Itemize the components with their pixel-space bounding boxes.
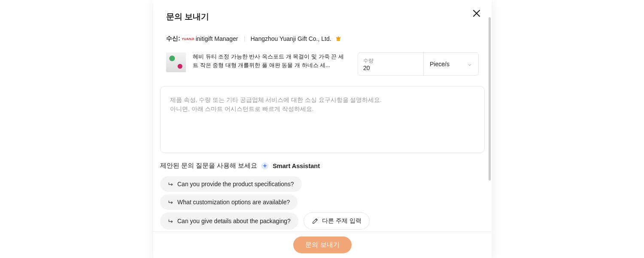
suggestion-text: Can you give details about the packaging… xyxy=(177,218,291,224)
suggestion-chip-row-2: What customization options are available… xyxy=(160,194,485,210)
product-name: 헤비 듀티 조정 가능한 반사 옥스포드 개 목걸이 및 가죽 끈 세트 작은 … xyxy=(193,52,347,70)
modal-body: 제품 속성, 수량 또는 기타 공급업체 서비스에 대한 소싱 요구사항을 설명… xyxy=(153,80,492,231)
close-icon xyxy=(471,13,482,20)
vertical-divider xyxy=(244,36,245,42)
unit-text: Piece/s xyxy=(430,61,450,68)
suggestion-chip[interactable]: Can you give details about the packaging… xyxy=(160,212,298,230)
product-thumbnail xyxy=(166,52,186,72)
quantity-box[interactable]: 수량 xyxy=(358,53,423,75)
modal-header: 문의 보내기 수신: YUANJI initigift Manager Hang… xyxy=(153,0,492,80)
quantity-group: 수량 Piece/s xyxy=(358,52,479,76)
suggestion-chip-row-3: Can you give details about the packaging… xyxy=(160,212,485,230)
close-button[interactable] xyxy=(471,8,482,19)
supplier-badge-icon xyxy=(335,35,342,42)
suggestion-chip-row-1: Can you provide the product specificatio… xyxy=(160,176,485,192)
svg-rect-2 xyxy=(337,40,340,41)
assistant-name: Smart Assistant xyxy=(273,163,320,169)
other-topic-chip[interactable]: 다른 주제 입력 xyxy=(304,212,370,230)
quantity-label: 수량 xyxy=(363,57,418,64)
message-textarea[interactable]: 제품 속성, 수량 또는 기타 공급업체 서비스에 대한 소싱 요구사항을 설명… xyxy=(160,86,485,153)
submit-button[interactable]: 문의 보내기 xyxy=(293,236,351,253)
other-topic-text: 다른 주제 입력 xyxy=(322,217,361,225)
modal-footer: 문의 보내기 xyxy=(153,231,492,258)
suggestion-text: Can you provide the product specificatio… xyxy=(177,181,294,187)
suggestion-chip[interactable]: What customization options are available… xyxy=(160,194,298,210)
sparkle-icon xyxy=(261,162,269,170)
scrollbar-thumb[interactable] xyxy=(489,17,491,181)
suggestion-text: What customization options are available… xyxy=(177,199,290,206)
recipient-avatar: YUANJI xyxy=(184,34,192,43)
modal-scrollbar[interactable] xyxy=(488,0,492,258)
assistant-intro-text: 제안된 문의 질문을 사용해 보세요 xyxy=(160,162,257,170)
insert-arrow-icon xyxy=(168,199,174,205)
quantity-input[interactable] xyxy=(363,64,418,71)
inquiry-modal: 문의 보내기 수신: YUANJI initigift Manager Hang… xyxy=(153,0,492,258)
assistant-intro-row: 제안된 문의 질문을 사용해 보세요 Smart Assistant xyxy=(160,162,485,170)
unit-select[interactable]: Piece/s xyxy=(423,53,478,75)
modal-title: 문의 보내기 xyxy=(166,11,479,22)
product-row: 헤비 듀티 조정 가능한 반사 옥스포드 개 목걸이 및 가죽 끈 세트 작은 … xyxy=(166,52,479,76)
recipient-row: 수신: YUANJI initigift Manager Hangzhou Yu… xyxy=(166,34,479,43)
insert-arrow-icon xyxy=(168,218,174,224)
insert-arrow-icon xyxy=(168,181,174,187)
message-placeholder: 제품 속성, 수량 또는 기타 공급업체 서비스에 대한 소싱 요구사항을 설명… xyxy=(170,96,475,114)
recipient-label: 수신: xyxy=(166,35,180,43)
recipient-company: Hangzhou Yuanji Gift Co., Ltd. xyxy=(251,35,331,42)
recipient-name: initigift Manager xyxy=(196,35,238,42)
suggestion-chip[interactable]: Can you provide the product specificatio… xyxy=(160,176,302,192)
chevron-down-icon xyxy=(467,61,472,67)
edit-icon xyxy=(312,218,319,224)
